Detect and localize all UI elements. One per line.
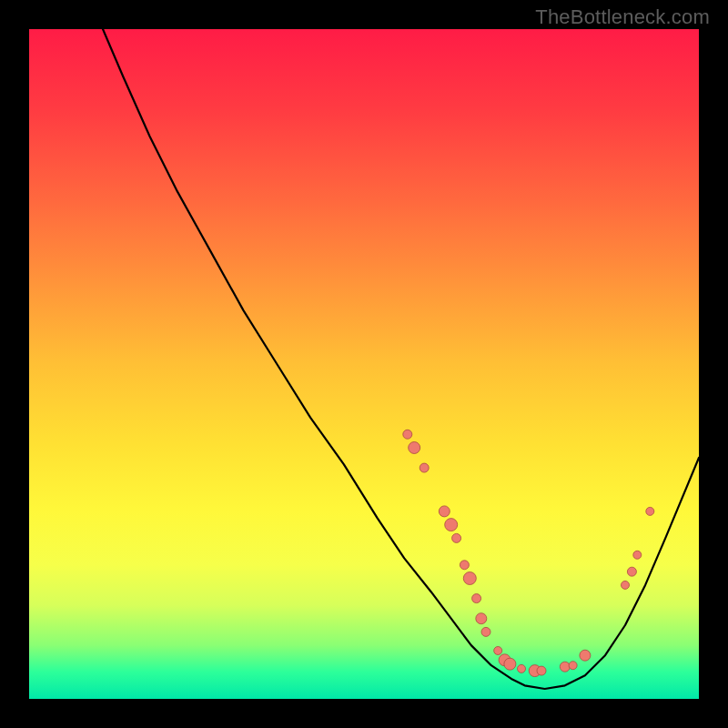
curve-marker [627,567,636,576]
curve-marker [569,662,577,670]
bottleneck-curve [103,29,699,689]
chart-svg [29,29,699,699]
curve-marker [476,613,487,624]
curve-marker [420,463,429,472]
curve-marker [518,664,526,672]
curve-marker [646,507,654,515]
curve-marker [481,627,490,636]
curve-marker [504,658,516,670]
curve-marker [622,581,630,589]
curve-marker [403,430,412,439]
curve-marker [494,647,502,655]
curve-marker [409,442,420,454]
curve-marker [460,561,469,570]
curve-marker [463,572,476,585]
curve-marker [633,551,642,559]
chart-plot-area [29,29,699,699]
watermark-text: TheBottleneck.com [535,5,710,29]
curve-marker [452,533,461,542]
curve-marker [537,666,546,675]
curve-marker [445,519,458,531]
curve-marker [560,662,570,672]
curve-marker [439,506,450,517]
curve-marker [580,650,591,661]
curve-marker [472,594,481,603]
